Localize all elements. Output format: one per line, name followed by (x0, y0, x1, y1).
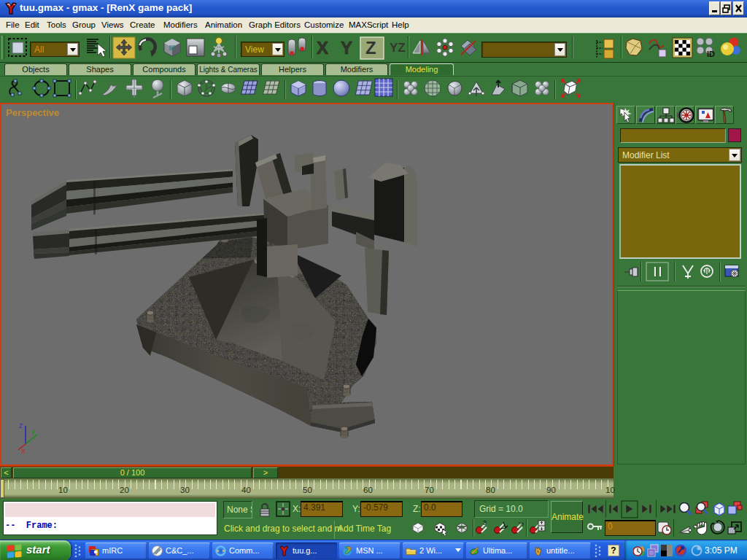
svg-text:x: x (21, 446, 26, 455)
svg-text:ID: ID (707, 50, 715, 58)
svg-text:3: 3 (483, 519, 487, 526)
svg-text:y: y (31, 427, 36, 435)
svg-text:Z: Z (365, 38, 376, 58)
svg-text:X: X (317, 38, 328, 58)
svg-text:YZ: YZ (390, 41, 406, 55)
svg-text:Y: Y (341, 38, 352, 58)
svg-text:%: % (519, 521, 524, 527)
svg-text:z: z (19, 421, 23, 429)
